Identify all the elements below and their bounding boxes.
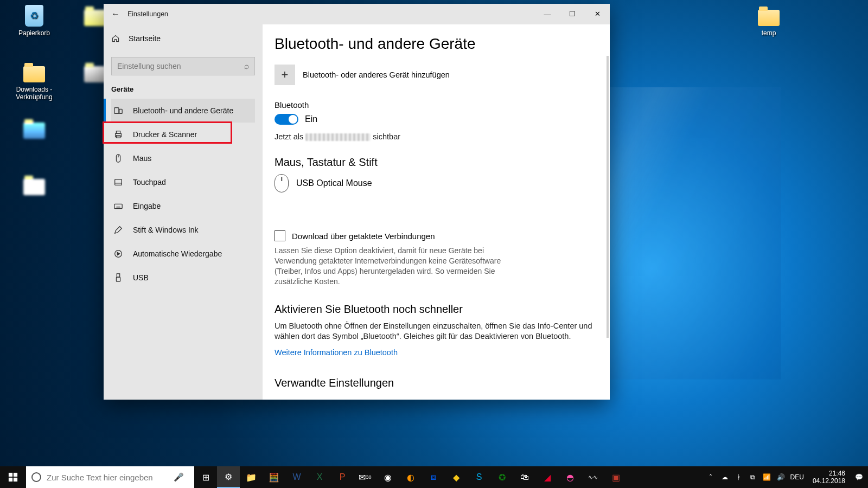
device-name-obscured xyxy=(305,133,371,141)
device-item[interactable]: USB Optical Mouse xyxy=(275,174,596,192)
nav-autoplay[interactable]: Automatische Wiedergabe xyxy=(111,242,255,266)
tray-language[interactable]: DEU xyxy=(790,473,804,481)
plus-icon: + xyxy=(275,65,295,85)
taskbar-app3[interactable]: ∿∿ xyxy=(582,466,604,488)
taskbar-chrome[interactable]: ◉ xyxy=(376,466,399,488)
device-name: USB Optical Mouse xyxy=(296,178,372,188)
nav-home-label: Startseite xyxy=(129,34,161,43)
nav-label: Maus xyxy=(133,154,151,163)
touchpad-icon xyxy=(113,177,123,187)
nav-mouse[interactable]: Maus xyxy=(111,146,255,170)
tray-overflow[interactable]: ˄ xyxy=(706,473,716,481)
cortana-icon xyxy=(31,472,41,482)
nav-bluetooth-devices[interactable]: Bluetooth- und andere Geräte xyxy=(111,99,255,123)
tray-volume-icon[interactable]: 🔊 xyxy=(776,473,786,481)
icon-label: Downloads - Verknüpfung xyxy=(10,86,59,101)
minimize-button[interactable]: — xyxy=(535,4,560,24)
taskbar[interactable]: 🎤 ⊞ ⚙ 📁 🧮 W X P ✉30 ◉ ◐ ⧈ ◆ S ✪ 🛍 ◢ ◓ ∿∿… xyxy=(0,466,868,488)
svg-rect-21 xyxy=(14,478,17,481)
maximize-button[interactable]: ☐ xyxy=(560,4,585,24)
tray-bluetooth-icon[interactable]: ᚼ xyxy=(734,473,744,481)
bluetooth-state: Ein xyxy=(305,114,317,124)
taskbar-app2[interactable]: ◓ xyxy=(559,466,582,488)
titlebar[interactable]: ← Einstellungen — ☐ ✕ xyxy=(104,4,610,24)
svg-rect-9 xyxy=(114,204,122,208)
taskbar-excel[interactable]: X xyxy=(308,466,331,488)
desktop-icon-temp[interactable]: temp xyxy=(744,4,793,37)
taskbar-search[interactable]: 🎤 xyxy=(26,466,194,488)
nav-label: Bluetooth- und andere Geräte xyxy=(133,106,233,115)
taskbar-xbox[interactable]: ✪ xyxy=(490,466,513,488)
taskbar-mail[interactable]: ✉30 xyxy=(354,466,376,488)
taskbar-pinned: ⊞ ⚙ 📁 🧮 W X P ✉30 ◉ ◐ ⧈ ◆ S ✪ 🛍 ◢ ◓ ∿∿ ▣ xyxy=(194,466,627,488)
desktop-icon-blurred[interactable] xyxy=(10,117,59,150)
tip-body: Um Bluetooth ohne Öffnen der Einstellung… xyxy=(275,321,596,342)
svg-rect-17 xyxy=(116,277,120,281)
taskbar-app[interactable]: ◆ xyxy=(445,466,468,488)
desktop[interactable]: Papierkorb Downloads - Verknüpfung temp … xyxy=(0,0,868,488)
svg-rect-19 xyxy=(14,473,17,477)
nav-label: USB xyxy=(133,273,149,282)
tray-clock[interactable]: 21:46 04.12.2018 xyxy=(808,470,850,485)
home-icon xyxy=(111,34,120,43)
desktop-icon-blurred[interactable] xyxy=(10,174,59,206)
usb-icon xyxy=(113,273,123,282)
sidebar: Startseite ⌕ Geräte Bluetooth- und ander… xyxy=(104,24,263,400)
taskbar-app4[interactable]: ▣ xyxy=(604,466,627,488)
nav-typing[interactable]: Eingabe xyxy=(111,194,255,218)
taskbar-store[interactable]: 🛍 xyxy=(513,466,536,488)
nav-home[interactable]: Startseite xyxy=(111,28,255,49)
tray-network-icon[interactable]: 📶 xyxy=(762,473,772,481)
nav-label: Automatische Wiedergabe xyxy=(133,249,222,258)
nav-printers[interactable]: Drucker & Scanner xyxy=(111,123,255,146)
settings-search[interactable]: ⌕ xyxy=(111,57,255,75)
svg-rect-7 xyxy=(115,179,122,185)
related-heading: Verwandte Einstellungen xyxy=(275,377,596,389)
back-button[interactable]: ← xyxy=(104,9,127,19)
add-device-button[interactable]: + Bluetooth- oder anderes Gerät hinzufüg… xyxy=(275,65,596,85)
settings-window: ← Einstellungen — ☐ ✕ Startseite ⌕ Gerät… xyxy=(104,4,610,400)
system-tray[interactable]: ˄ ☁ ᚼ ⧉ 📶 🔊 DEU 21:46 04.12.2018 💬 xyxy=(701,470,868,485)
taskbar-powerpoint[interactable]: P xyxy=(331,466,354,488)
start-button[interactable] xyxy=(0,466,26,488)
taskbar-word[interactable]: W xyxy=(285,466,308,488)
nav-label: Drucker & Scanner xyxy=(133,130,197,139)
nav-touchpad[interactable]: Touchpad xyxy=(111,170,255,194)
metered-checkbox[interactable] xyxy=(275,230,285,241)
nav-pen[interactable]: Stift & Windows Ink xyxy=(111,218,255,242)
desktop-icon-recycle-bin[interactable]: Papierkorb xyxy=(10,4,59,37)
svg-rect-3 xyxy=(116,131,120,134)
bluetooth-toggle[interactable] xyxy=(275,114,298,125)
taskbar-avira[interactable]: ◢ xyxy=(536,466,559,488)
taskbar-dropbox[interactable]: ⧈ xyxy=(422,466,445,488)
taskbar-firefox[interactable]: ◐ xyxy=(399,466,422,488)
autoplay-icon xyxy=(113,249,123,259)
taskbar-explorer[interactable]: 📁 xyxy=(240,466,263,488)
tray-action-center-icon[interactable]: 💬 xyxy=(854,473,864,481)
taskbar-settings[interactable]: ⚙ xyxy=(217,466,240,488)
mic-icon[interactable]: 🎤 xyxy=(174,472,189,482)
svg-rect-16 xyxy=(117,274,119,277)
pen-icon xyxy=(113,225,123,235)
nav-group-label: Geräte xyxy=(111,85,255,93)
taskbar-skype[interactable]: S xyxy=(468,466,490,488)
devices-icon xyxy=(113,106,123,115)
tip-heading: Aktivieren Sie Bluetooth noch schneller xyxy=(275,303,596,316)
tray-dropbox-icon[interactable]: ⧉ xyxy=(748,473,758,481)
scrollbar[interactable] xyxy=(607,56,609,338)
taskbar-search-input[interactable] xyxy=(47,473,174,482)
taskbar-calculator[interactable]: 🧮 xyxy=(263,466,285,488)
desktop-icon-downloads-shortcut[interactable]: Downloads - Verknüpfung xyxy=(10,61,59,101)
svg-rect-20 xyxy=(9,478,12,481)
tray-onedrive-icon[interactable]: ☁ xyxy=(720,473,730,481)
keyboard-icon xyxy=(113,201,123,211)
task-view-button[interactable]: ⊞ xyxy=(194,466,217,488)
settings-search-input[interactable] xyxy=(111,57,255,75)
printer-icon xyxy=(113,130,123,139)
close-button[interactable]: ✕ xyxy=(585,4,610,24)
discoverable-text: Jetzt als sichtbar xyxy=(275,132,596,141)
content-pane: Bluetooth- und andere Geräte + Bluetooth… xyxy=(263,24,610,400)
icon-label: temp xyxy=(744,29,793,37)
nav-usb[interactable]: USB xyxy=(111,266,255,290)
bluetooth-more-info-link[interactable]: Weitere Informationen zu Bluetooth xyxy=(275,348,398,357)
